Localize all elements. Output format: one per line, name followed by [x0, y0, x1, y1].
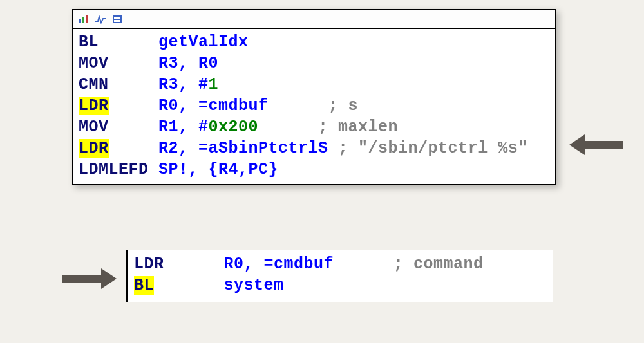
- symbol: cmdbuf: [274, 255, 334, 273]
- disassembly-listing-bottom: LDR R0, =cmdbuf ; commandBL system: [126, 250, 553, 302]
- asm-line: LDR R0, =cmdbuf ; command: [134, 254, 546, 275]
- asm-line: BL getValIdx: [79, 32, 550, 53]
- disassembly-window-top: BL getValIdxMOV R3, R0CMN R3, #1LDR R0, …: [72, 9, 556, 185]
- block-icon[interactable]: [112, 15, 122, 24]
- operand: R3, R0: [158, 54, 218, 73]
- operand: SP!, {R4,PC}: [158, 160, 278, 179]
- asm-line: LDR R2, =aSbinPtctrlS ; "/sbin/ptctrl %s…: [79, 138, 550, 159]
- disassembler-toolbar: [73, 10, 555, 29]
- mnemonic: BL: [134, 276, 154, 295]
- mnemonic: LDMLEFD: [79, 160, 149, 179]
- mnemonic: LDR: [134, 255, 164, 273]
- asm-line: MOV R3, R0: [79, 53, 550, 74]
- svg-rect-1: [82, 17, 84, 23]
- operand: R0, =: [224, 255, 274, 273]
- comment: ; "/sbin/ptctrl %s": [338, 139, 528, 158]
- bar-chart-icon[interactable]: [79, 15, 89, 24]
- operand: R2, =: [158, 139, 209, 158]
- operand: R1, #: [158, 118, 209, 136]
- mnemonic: CMN: [79, 75, 109, 94]
- mnemonic: LDR: [79, 139, 109, 158]
- operand: R0, =: [158, 97, 209, 115]
- disassembly-listing-top: BL getValIdxMOV R3, R0CMN R3, #1LDR R0, …: [73, 29, 555, 184]
- svg-rect-3: [113, 15, 122, 23]
- symbol: system: [224, 276, 284, 295]
- mnemonic: MOV: [79, 54, 109, 73]
- symbol: getValIdx: [158, 33, 249, 51]
- arrow-annotation-left: [567, 129, 625, 161]
- comment: ; s: [328, 97, 359, 115]
- operand: R3, #: [158, 75, 209, 94]
- svg-rect-2: [86, 15, 88, 23]
- asm-line: MOV R1, #0x200 ; maxlen: [79, 116, 550, 138]
- immediate: 0x200: [209, 118, 259, 136]
- asm-line: BL system: [134, 275, 546, 296]
- pulse-icon[interactable]: [95, 15, 106, 24]
- asm-line: LDR R0, =cmdbuf ; s: [79, 95, 550, 116]
- svg-rect-5: [114, 20, 120, 22]
- immediate: 1: [209, 75, 219, 94]
- comment: ; maxlen: [318, 118, 398, 136]
- symbol: aSbinPtctrlS: [209, 139, 328, 158]
- svg-rect-4: [114, 17, 120, 19]
- comment: ; command: [393, 255, 484, 273]
- asm-line: CMN R3, #1: [79, 74, 550, 95]
- arrow-annotation-right: [61, 263, 119, 295]
- mnemonic: BL: [79, 33, 99, 51]
- mnemonic: LDR: [79, 97, 109, 115]
- mnemonic: MOV: [79, 118, 109, 136]
- symbol: cmdbuf: [209, 97, 269, 115]
- svg-rect-0: [79, 19, 81, 23]
- asm-line: LDMLEFD SP!, {R4,PC}: [79, 159, 550, 180]
